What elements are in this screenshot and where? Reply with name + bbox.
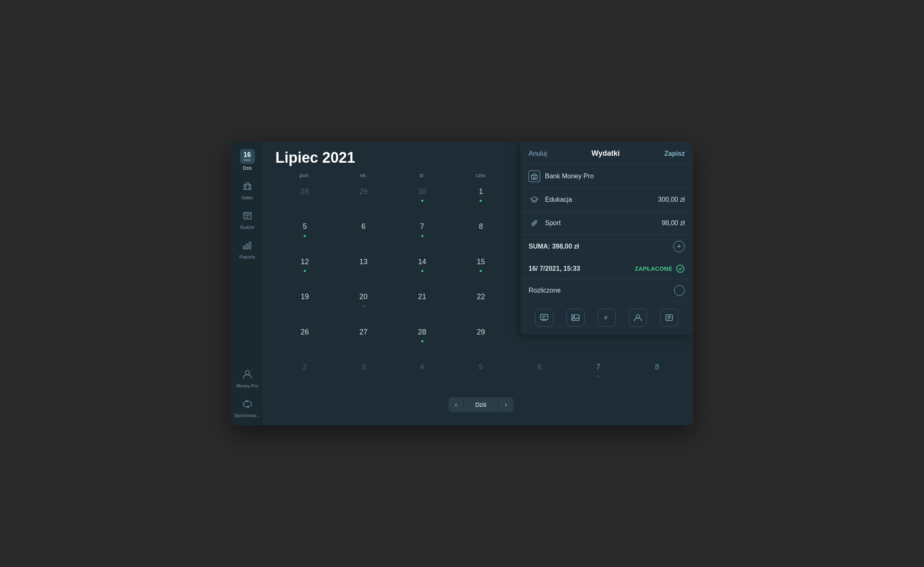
svg-rect-18 — [534, 177, 535, 179]
cal-day-num: 22 — [474, 290, 488, 304]
comment-button[interactable] — [535, 309, 553, 327]
cal-day-num: 7 — [591, 360, 606, 375]
sidebar-item-sync[interactable]: Synchroniz... — [231, 392, 263, 422]
rozliczone-row[interactable]: Rozliczone — [520, 279, 693, 302]
cal-dot — [421, 235, 423, 237]
cal-day-num: 14 — [415, 254, 430, 269]
cal-dot — [363, 305, 365, 307]
cal-day-num: 29 — [356, 184, 371, 199]
sidebar-item-money-pro[interactable]: Money Pro — [231, 363, 263, 392]
sport-label: Sport — [545, 219, 561, 227]
cal-day-num: 28 — [415, 325, 430, 339]
cal-dot — [421, 270, 423, 272]
dropdown-title: Wydatki — [591, 149, 620, 158]
cal-cell-5-1[interactable]: 3 — [334, 357, 393, 393]
month-label: Lipiec — [275, 149, 318, 166]
cal-day-num: 5 — [297, 219, 312, 234]
cal-cell-5-6[interactable]: 8 — [628, 357, 686, 393]
cal-cell-0-2[interactable]: 30 — [393, 182, 452, 217]
cal-cell-3-1[interactable]: 20 — [334, 287, 393, 323]
cal-day-num: 13 — [356, 254, 371, 269]
cal-dot — [304, 270, 306, 272]
sum-row: SUMA: 398,00 zł + — [520, 235, 693, 258]
cal-cell-2-1[interactable]: 13 — [334, 252, 393, 287]
cal-cell-2-2[interactable]: 14 — [393, 252, 452, 287]
bank-row[interactable]: Bank Money Pro — [520, 165, 693, 188]
cal-day-num: 27 — [356, 325, 371, 339]
cal-cell-1-2[interactable]: 7 — [393, 217, 452, 252]
expense-dropdown-panel: Anuluj Wydatki Zapisz Bank Money Pro — [520, 142, 693, 335]
cal-cell-3-3[interactable]: 22 — [452, 287, 511, 323]
cal-cell-3-2[interactable]: 21 — [393, 287, 452, 323]
sidebar-label-raporty: Raporty — [239, 254, 255, 259]
day-header-tue: wt. — [334, 171, 393, 180]
sidebar-item-today[interactable]: 16 Dziś Dziś — [231, 145, 263, 175]
cal-cell-5-0[interactable]: 2 — [275, 357, 334, 393]
category-education-row[interactable]: Edukacja 300,00 zł — [520, 188, 693, 212]
cal-day-num: 1 — [474, 184, 488, 199]
svg-point-22 — [677, 265, 684, 272]
sidebar-item-saldo[interactable]: Saldo — [231, 175, 263, 204]
sidebar-label-budzet: Budżet — [240, 225, 254, 230]
day-header-mon: pon. — [275, 171, 334, 180]
cal-cell-4-2[interactable]: 28 — [393, 322, 452, 357]
bank-icon — [529, 171, 540, 182]
paid-label: ZAPŁACONE — [635, 265, 672, 272]
sidebar-label-money-pro: Money Pro — [236, 383, 258, 388]
cal-day-num: 6 — [532, 360, 547, 375]
cal-day-num: 7 — [415, 219, 430, 234]
cal-cell-5-4[interactable]: 6 — [510, 357, 569, 393]
education-amount: 300,00 zł — [658, 196, 685, 203]
cal-cell-4-1[interactable]: 27 — [334, 322, 393, 357]
tag-button[interactable]: # — [598, 309, 616, 327]
svg-rect-9 — [243, 246, 245, 249]
next-month-button[interactable]: › — [499, 397, 513, 412]
day-header-wed: śr. — [393, 171, 452, 180]
image-button[interactable] — [566, 309, 584, 327]
add-category-button[interactable]: + — [673, 241, 685, 252]
main-area: Lipiec 2021 + pon. wt. śr. czw. pt. sob. — [264, 142, 693, 425]
person-button[interactable] — [629, 309, 647, 327]
reports-icon — [240, 238, 255, 253]
cal-day-num: 19 — [297, 290, 312, 304]
cal-cell-5-2[interactable]: 4 — [393, 357, 452, 393]
cal-day-num: 26 — [297, 325, 312, 339]
cal-day-num: 21 — [415, 290, 430, 304]
sport-amount: 98,00 zł — [662, 219, 685, 227]
cal-cell-0-0[interactable]: 28 — [275, 182, 334, 217]
attachment-button[interactable] — [660, 309, 678, 327]
sidebar-item-budzet[interactable]: Budżet — [231, 204, 263, 234]
education-label: Edukacja — [545, 196, 572, 203]
save-button[interactable]: Zapisz — [664, 150, 685, 157]
cal-cell-4-0[interactable]: 26 — [275, 322, 334, 357]
cal-cell-3-0[interactable]: 19 — [275, 287, 334, 323]
cal-cell-2-0[interactable]: 12 — [275, 252, 334, 287]
svg-rect-10 — [246, 244, 248, 249]
sport-icon — [529, 217, 540, 229]
category-sport-row[interactable]: Sport 98,00 zł — [520, 212, 693, 235]
cal-cell-0-1[interactable]: 29 — [334, 182, 393, 217]
cal-cell-1-1[interactable]: 6 — [334, 217, 393, 252]
cal-cell-1-0[interactable]: 5 — [275, 217, 334, 252]
cal-cell-2-3[interactable]: 15 — [452, 252, 511, 287]
sidebar-label-sync: Synchroniz... — [234, 413, 261, 418]
cal-cell-4-3[interactable]: 29 — [452, 322, 511, 357]
date-row: 16/ 7/2021, 15:33 ZAPŁACONE — [520, 258, 693, 279]
today-nav-button[interactable]: Dziś — [463, 397, 498, 412]
rozliczone-toggle[interactable] — [674, 285, 685, 296]
svg-line-17 — [534, 173, 537, 175]
cal-dot — [304, 235, 306, 237]
cal-cell-5-5[interactable]: 7 — [569, 357, 628, 393]
cancel-button[interactable]: Anuluj — [529, 150, 547, 157]
cal-cell-5-3[interactable]: 5 — [452, 357, 511, 393]
cal-day-num: 6 — [356, 219, 371, 234]
cal-cell-0-3[interactable]: 1 — [452, 182, 511, 217]
day-header-thu: czw. — [452, 171, 511, 180]
prev-month-button[interactable]: ‹ — [448, 397, 463, 412]
cal-dot — [421, 200, 423, 202]
svg-point-29 — [636, 315, 640, 318]
cal-dot — [480, 200, 482, 202]
user-icon — [240, 367, 255, 382]
cal-cell-1-3[interactable]: 8 — [452, 217, 511, 252]
sidebar-item-raporty[interactable]: Raporty — [231, 234, 263, 263]
